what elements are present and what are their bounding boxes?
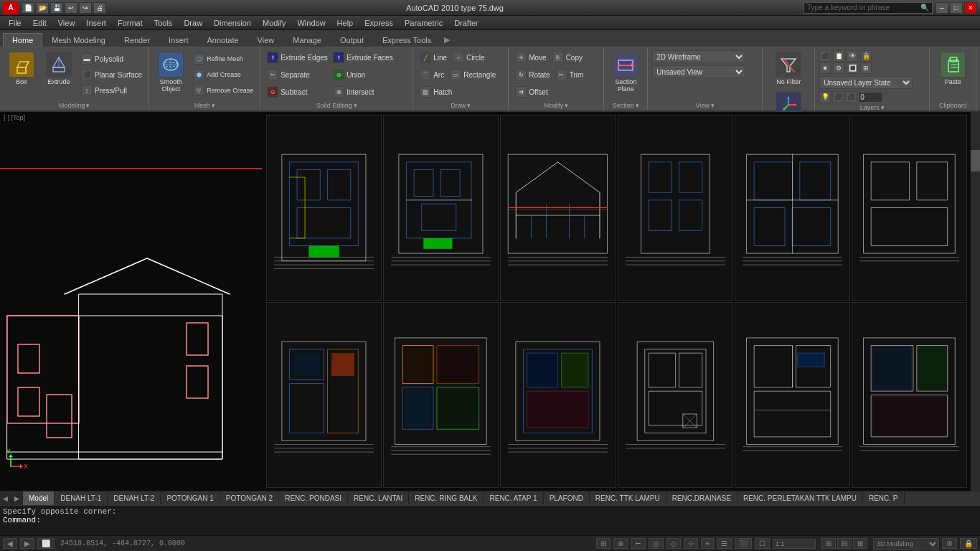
menu-draw[interactable]: Draw [178,16,208,29]
view-dropdown-arrow[interactable]: ▾ [711,102,715,109]
lineweight-btn[interactable]: ≡ [701,538,714,549]
main-drawing-area[interactable]: [-] [Top] [0,112,262,491]
thumb-7[interactable] [266,302,382,488]
layer-tool5[interactable]: ★ [819,62,831,74]
thumb-3[interactable] [500,115,616,301]
redo-icon[interactable]: ↪ [79,2,92,14]
tab-extra[interactable]: ▶ [440,32,453,47]
tab-output[interactable]: Output [331,33,373,47]
layout-btn[interactable]: ☐ [755,538,770,549]
thumb-9[interactable] [500,302,616,488]
view-select[interactable]: Unsaved View Top Front Left SE Isometric [652,65,745,78]
arc-button[interactable]: ⌒ Arc [418,67,446,82]
line-button[interactable]: ╱ Line [418,50,449,65]
new-file-icon[interactable]: 📄 [22,2,34,14]
planar-surface-button[interactable]: ⬛ Planar Surface [79,67,144,82]
subtract-button[interactable]: ⊖ Subtract [265,85,329,99]
workspace-settings-btn[interactable]: ⚙ [942,538,957,549]
menu-express[interactable]: Express [359,16,399,29]
layer-tool4[interactable]: 🔒 [860,50,872,62]
grid-btn[interactable]: ⊞ [596,538,611,549]
tab-renc-atap1[interactable]: RENC. ATAP 1 [484,491,543,505]
tab-manage[interactable]: Manage [283,33,331,47]
search-box[interactable]: Type a keyword or phrase 🔍 [804,2,933,14]
tab-renc-p[interactable]: RENC. P [863,491,905,505]
layer-tool1[interactable]: ⬛ [819,50,831,62]
scroll-thumb[interactable] [971,150,980,171]
mesh-dropdown-arrow[interactable]: ▾ [212,102,215,109]
polysolid-button[interactable]: ▬ Polysolid [79,52,144,66]
tab-express-tools[interactable]: Express Tools [373,33,440,47]
workspace-selector[interactable]: 3D Modeling AutoCAD Classic 2D Drafting [873,538,939,550]
rect-button[interactable]: ▭ Rectangle [448,67,498,82]
wireframe-select[interactable]: 2D Wireframe 3D Wireframe Conceptual Rea… [652,50,745,63]
restore-button[interactable]: □ [950,2,963,14]
tab-renc-ttk-lampu[interactable]: RENC. TTK LAMPU [590,491,666,505]
thumb-6[interactable] [852,115,967,301]
thumb-4[interactable] [618,115,733,301]
view-btn2[interactable]: ⊟ [837,538,852,549]
mesh-btn1[interactable]: ⬡ Refine Mesh [191,52,255,66]
menu-modify[interactable]: Modify [257,16,291,29]
tab-renc-pondasi[interactable]: RENC. PONDASI [279,491,348,505]
press-pull-button[interactable]: ↕ Press/Pull [79,83,144,98]
menu-parametric[interactable]: Parametric [399,16,448,29]
tab-render[interactable]: Render [115,33,159,47]
extrude-button[interactable]: Extrude [42,50,76,88]
layer-tool7[interactable]: 🔳 [847,62,858,74]
undo-icon[interactable]: ↩ [65,2,77,14]
mesh-btn2[interactable]: ⬢ Add Crease [191,67,255,82]
tab-nav-left[interactable]: ◀ [0,491,11,505]
layer-tool2[interactable]: 📋 [833,50,844,62]
osnap-btn[interactable]: ◇ [666,538,681,549]
trim-button[interactable]: ✂ Trim [554,67,586,82]
tab-renc-drainase[interactable]: RENC.DRAINASE [666,491,738,505]
nav-prev-btn[interactable]: ◀ [3,538,17,549]
menu-format[interactable]: Format [112,16,149,29]
dtrack-btn[interactable]: ⊹ [684,538,698,549]
menu-file[interactable]: File [3,16,27,29]
menu-view[interactable]: View [52,16,81,29]
minimize-button[interactable]: ─ [936,2,948,14]
thumb-2[interactable] [383,115,499,301]
move-button[interactable]: ✛ Move [513,50,548,65]
thumb-11[interactable] [735,302,850,488]
solid-editing-dropdown-arrow[interactable]: ▾ [354,102,357,109]
qp-btn[interactable]: ☰ [717,538,732,549]
sc-btn[interactable]: ⬛ [735,538,752,549]
section-plane-button[interactable]: SectionPlane [608,50,643,95]
viewport[interactable]: [-] [Top] [0,112,980,491]
layers-dropdown-arrow[interactable]: ▾ [881,104,885,111]
tab-nav-right[interactable]: ▶ [11,491,23,505]
hatch-button[interactable]: ▨ Hatch [418,85,454,99]
tab-denah-lt1[interactable]: DENAH LT-1 [55,491,108,505]
ortho-btn[interactable]: ⊢ [631,538,646,549]
circle-button[interactable]: ○ Circle [451,50,487,65]
save-icon[interactable]: 💾 [50,2,63,14]
snap-btn[interactable]: ⊕ [613,538,628,549]
extrude-edges-button[interactable]: ⬆ Extrude Edges [265,50,329,65]
thumb-5[interactable] [735,115,850,301]
open-file-icon[interactable]: 📂 [36,2,49,14]
smooth-object-button[interactable]: SmoothObject [154,50,188,95]
rotate-button[interactable]: ↻ Rotate [513,67,552,82]
polar-btn[interactable]: ◎ [649,538,664,549]
layer-tool3[interactable]: 👁 [847,50,858,62]
offset-button[interactable]: ⇉ Offset [513,85,550,99]
tab-mesh-modeling[interactable]: Mesh Modeling [42,33,115,47]
box-button[interactable]: Box [4,50,39,88]
tab-potongan1[interactable]: POTONGAN 1 [161,491,220,505]
menu-tools[interactable]: Tools [149,16,179,29]
copy-button[interactable]: ⎘ Copy [550,50,585,65]
tab-renc-ring-balk[interactable]: RENC. RING BALK [409,491,484,505]
paste-button[interactable]: Paste [934,50,971,88]
intersect-button[interactable]: ⊗ Intersect [331,85,395,99]
extrude-faces-button[interactable]: ⬆ Extrude Faces [331,50,395,65]
layer-number-input[interactable] [858,92,883,103]
tab-home[interactable]: Home [3,33,42,47]
tab-potongan2[interactable]: POTONGAN 2 [220,491,279,505]
view-btn3[interactable]: ⊞ [853,538,867,549]
thumb-12[interactable] [852,302,967,488]
tab-view[interactable]: View [248,33,284,47]
layer-state-select[interactable]: Unsaved Layer State [819,76,913,89]
